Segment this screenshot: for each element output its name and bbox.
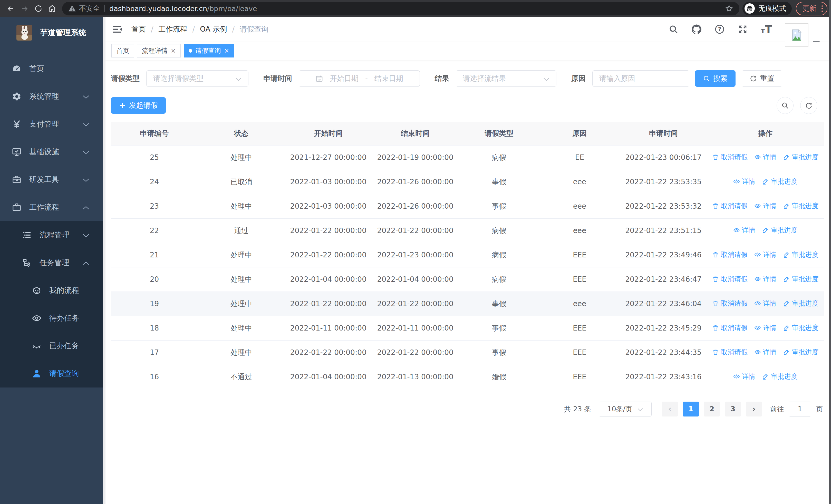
cancel-link[interactable]: 取消请假 bbox=[712, 153, 748, 162]
progress-link[interactable]: 审批进度 bbox=[783, 299, 819, 308]
fullscreen-icon[interactable] bbox=[738, 24, 748, 34]
close-icon[interactable]: × bbox=[224, 48, 229, 54]
sidebar-item-2[interactable]: 支付管理 bbox=[0, 110, 103, 138]
sidebar-item-6[interactable]: 流程管理 bbox=[0, 221, 103, 249]
create-leave-button[interactable]: 发起请假 bbox=[111, 97, 166, 114]
detail-link[interactable]: 详情 bbox=[733, 226, 755, 235]
sidebar-item-0[interactable]: 首页 bbox=[0, 55, 103, 83]
progress-link[interactable]: 审批进度 bbox=[783, 202, 819, 210]
sidebar-item-7[interactable]: 任务管理 bbox=[0, 249, 103, 277]
sidebar-item-label: 请假查询 bbox=[49, 368, 79, 379]
detail-link[interactable]: 详情 bbox=[754, 299, 776, 308]
reload-icon[interactable] bbox=[31, 2, 45, 16]
url-bar[interactable]: 不安全 dashboard.yudao.iocoder.cn /bpm/oa/l… bbox=[62, 2, 739, 16]
breadcrumb-home[interactable]: 首页 bbox=[132, 24, 146, 34]
sidebar-item-9[interactable]: 待办任务 bbox=[0, 304, 103, 332]
sidebar-item-label: 首页 bbox=[29, 64, 44, 74]
bookmark-star-icon[interactable] bbox=[725, 4, 733, 12]
table-row[interactable]: 24已取消2022-01-03 00:00:002022-01-26 00:00… bbox=[111, 170, 824, 194]
cancel-link[interactable]: 取消请假 bbox=[712, 323, 748, 332]
detail-link[interactable]: 详情 bbox=[754, 323, 776, 332]
cell-apply: 2022-01-22 23:44:35 bbox=[620, 340, 707, 365]
refresh-table-button[interactable] bbox=[800, 97, 817, 114]
progress-link[interactable]: 审批进度 bbox=[783, 348, 819, 357]
next-page-button[interactable]: › bbox=[746, 402, 762, 416]
detail-link[interactable]: 详情 bbox=[754, 153, 776, 162]
detail-link[interactable]: 详情 bbox=[754, 274, 776, 284]
app-logo-row[interactable]: 芋道管理系统 bbox=[0, 17, 103, 48]
toggle-search-button[interactable] bbox=[777, 97, 794, 114]
sidebar-item-1[interactable]: 系统管理 bbox=[0, 83, 103, 110]
goto-page-input[interactable]: 1 bbox=[789, 402, 811, 416]
tab-0[interactable]: 首页 bbox=[111, 44, 134, 58]
window-scrollbar-edge[interactable] bbox=[829, 0, 831, 504]
reason-input[interactable]: 请输入原因 bbox=[592, 70, 689, 87]
detail-link[interactable]: 详情 bbox=[754, 202, 776, 210]
search-icon[interactable] bbox=[668, 24, 679, 34]
table-row[interactable]: 22通过2022-01-22 00:00:002022-01-22 00:00:… bbox=[111, 218, 824, 243]
table-row[interactable]: 16不通过2022-01-04 00:00:002022-01-13 00:00… bbox=[111, 365, 824, 389]
sidebar-item-3[interactable]: 基础设施 bbox=[0, 138, 103, 166]
reset-button[interactable]: 重置 bbox=[742, 70, 782, 87]
help-icon[interactable]: ? bbox=[715, 24, 725, 34]
back-icon[interactable] bbox=[4, 2, 18, 16]
cancel-link[interactable]: 取消请假 bbox=[712, 202, 748, 210]
detail-link[interactable]: 详情 bbox=[754, 250, 776, 259]
detail-link[interactable]: 详情 bbox=[754, 348, 776, 357]
table-row[interactable]: 17处理中2022-01-22 00:00:002022-01-22 00:00… bbox=[111, 340, 824, 365]
avatar[interactable] bbox=[785, 23, 808, 47]
page-button-1[interactable]: 1 bbox=[683, 402, 699, 416]
table-row[interactable]: 21处理中2022-01-22 00:00:002022-01-23 00:00… bbox=[111, 243, 824, 267]
breadcrumb-oa-example[interactable]: OA 示例 bbox=[200, 24, 227, 34]
progress-link[interactable]: 审批进度 bbox=[783, 274, 819, 284]
table-row[interactable]: 20处理中2022-01-04 00:00:002022-01-04 00:00… bbox=[111, 267, 824, 292]
cell-id: 24 bbox=[111, 170, 198, 194]
sidebar-item-11[interactable]: 请假查询 bbox=[0, 360, 103, 387]
progress-link[interactable]: 审批进度 bbox=[783, 153, 819, 162]
tab-1[interactable]: 流程详情× bbox=[137, 44, 181, 58]
forward-icon[interactable] bbox=[18, 2, 31, 16]
table-row[interactable]: 19处理中2022-01-22 00:00:002022-01-22 00:00… bbox=[111, 292, 824, 316]
date-range-input[interactable]: 开始日期 - 结束日期 bbox=[299, 70, 420, 87]
cancel-link[interactable]: 取消请假 bbox=[712, 250, 748, 259]
sidebar-item-4[interactable]: 研发工具 bbox=[0, 166, 103, 194]
chevron-down-icon bbox=[83, 148, 89, 156]
result-select[interactable]: 请选择流结果 bbox=[456, 70, 556, 87]
sidebar-collapse-icon[interactable] bbox=[111, 24, 123, 35]
sidebar-item-8[interactable]: 我的流程 bbox=[0, 277, 103, 304]
tab-2[interactable]: 请假查询× bbox=[184, 44, 234, 58]
page-button-3[interactable]: 3 bbox=[725, 402, 741, 416]
date-end-placeholder: 结束日期 bbox=[374, 73, 403, 83]
cancel-link[interactable]: 取消请假 bbox=[712, 348, 748, 357]
progress-link[interactable]: 审批进度 bbox=[783, 323, 819, 332]
progress-link[interactable]: 审批进度 bbox=[762, 177, 797, 186]
progress-link[interactable]: 审批进度 bbox=[783, 250, 819, 259]
cancel-link[interactable]: 取消请假 bbox=[712, 299, 748, 308]
leave-type-select[interactable]: 请选择请假类型 bbox=[146, 70, 249, 87]
prev-page-button[interactable]: ‹ bbox=[662, 402, 678, 416]
detail-link[interactable]: 详情 bbox=[733, 372, 755, 381]
table-row[interactable]: 18处理中2022-01-11 00:00:002022-01-11 00:00… bbox=[111, 316, 824, 340]
page-button-2[interactable]: 2 bbox=[704, 402, 720, 416]
browser-menu-icon[interactable] bbox=[822, 5, 823, 12]
home-icon[interactable] bbox=[45, 2, 59, 16]
breadcrumb-workflow[interactable]: 工作流程 bbox=[159, 24, 187, 34]
search-button[interactable]: 搜索 bbox=[695, 70, 736, 87]
cell-reason: EEE bbox=[540, 243, 620, 267]
detail-link[interactable]: 详情 bbox=[733, 177, 755, 186]
update-button[interactable]: 更新 bbox=[796, 2, 827, 16]
cancel-link[interactable]: 取消请假 bbox=[712, 274, 748, 284]
progress-link[interactable]: 审批进度 bbox=[762, 372, 797, 381]
sidebar-item-5[interactable]: 工作流程 bbox=[0, 194, 103, 221]
fontsize-icon[interactable]: TT bbox=[761, 24, 772, 34]
cell-reason: eee bbox=[540, 170, 620, 194]
table-row[interactable]: 23处理中2022-01-03 00:00:002022-01-26 00:00… bbox=[111, 194, 824, 218]
github-icon[interactable] bbox=[691, 24, 701, 34]
page-size-select[interactable]: 10条/页 bbox=[599, 402, 652, 416]
progress-link[interactable]: 审批进度 bbox=[762, 226, 797, 235]
sidebar-item-10[interactable]: 已办任务 bbox=[0, 332, 103, 360]
table-row[interactable]: 25处理中2021-12-27 00:00:002022-01-19 00:00… bbox=[111, 145, 824, 170]
cell-end: 2022-01-26 00:00:00 bbox=[372, 170, 459, 194]
close-icon[interactable]: × bbox=[171, 48, 176, 54]
yen-icon bbox=[11, 119, 22, 129]
